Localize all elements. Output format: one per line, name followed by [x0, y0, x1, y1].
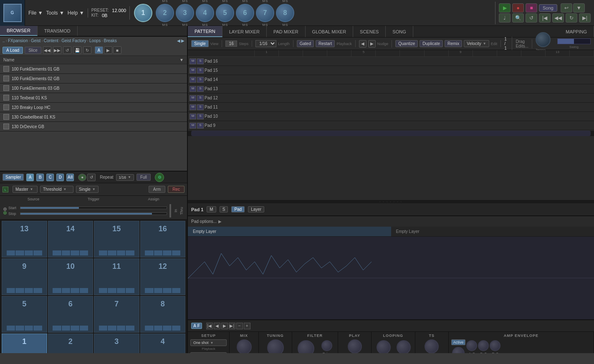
browser-loop-btn[interactable]: ↺ [63, 46, 71, 54]
pad-15[interactable]: 15 [94, 221, 139, 258]
breadcrumb-up[interactable]: .. [3, 38, 5, 43]
breadcrumb-loops[interactable]: Loops [89, 38, 101, 43]
amount-knob[interactable] [452, 347, 465, 353]
pad-button-5[interactable]: 5 [216, 4, 234, 22]
rec-button[interactable]: Rec [168, 186, 185, 193]
nav-prev-prev[interactable]: |◀ [206, 323, 213, 329]
pad-13[interactable]: 13 [2, 221, 47, 258]
length-select[interactable]: 1/161/81/4 [255, 40, 276, 47]
tab-pad-mixer[interactable]: PAD MIXER [267, 26, 306, 37]
arm-button[interactable]: Arm [149, 186, 165, 193]
velocity-dropdown[interactable]: Velocity [464, 40, 489, 47]
tab-browser[interactable]: BROWSER [0, 26, 38, 36]
nav-next[interactable]: ▶ [221, 323, 228, 329]
solo-9[interactable]: S [197, 123, 204, 129]
solo-11[interactable]: S [197, 104, 204, 110]
mute-10[interactable]: M [190, 114, 196, 119]
scrollbar-thumb[interactable] [191, 131, 591, 136]
gain-knob[interactable] [237, 339, 252, 353]
pad-7[interactable]: 7 [94, 296, 139, 333]
tab-scenes[interactable]: SCENES [353, 26, 386, 37]
circle-btn[interactable]: ● [78, 174, 86, 181]
pad-6[interactable]: 6 [48, 296, 94, 333]
nudge-right-btn[interactable]: ▶ [368, 40, 376, 48]
pad-4[interactable]: 4 [140, 334, 186, 353]
pad-9[interactable]: 9 [2, 258, 47, 295]
rewind-button[interactable]: ◀◀ [552, 13, 564, 23]
tab-song[interactable]: SONG [386, 26, 413, 37]
pad-14[interactable]: 14 [48, 221, 94, 258]
help-menu-item[interactable]: Help ▼ [68, 10, 84, 16]
file-item-4[interactable]: 110 Texbeat 01 KS [0, 93, 187, 103]
tab-mapping[interactable]: MAPPING [559, 26, 594, 37]
letter-a[interactable]: A [26, 174, 34, 181]
browser-prev-btn[interactable]: ◀◀ [43, 46, 51, 54]
sampler-tab[interactable]: Sampler [3, 174, 24, 181]
slice-button[interactable]: Slice [25, 47, 41, 54]
loop-end-knob[interactable] [397, 340, 411, 353]
mute-12[interactable]: M [190, 95, 196, 101]
solo-16[interactable]: S [197, 58, 204, 64]
grid-scrollbar[interactable] [188, 130, 594, 136]
rc-knob[interactable] [490, 340, 500, 351]
master-dropdown[interactable]: Master [13, 186, 38, 193]
threshold-dropdown[interactable]: Threshold [40, 186, 73, 193]
pad-5[interactable]: 5 [2, 296, 47, 333]
breadcrumb-fxpansion[interactable]: FXpansion [8, 38, 28, 43]
pad-button-2[interactable]: 2 [156, 4, 174, 22]
pad-button-1[interactable]: 1 [134, 4, 152, 22]
ac-knob[interactable] [466, 340, 477, 351]
pad-1[interactable]: 1 [2, 334, 47, 353]
breadcrumb-breaks[interactable]: Breaks [104, 38, 117, 43]
dropdown-button[interactable]: ▼ [573, 3, 585, 13]
solo-13[interactable]: S [197, 86, 204, 92]
solo-12[interactable]: S [197, 95, 204, 101]
mute-15[interactable]: M [190, 68, 196, 73]
playback-dropdown[interactable]: One shot [190, 339, 227, 346]
duplicate-btn[interactable]: Duplicate [420, 40, 443, 47]
restart-btn[interactable]: Restart [316, 40, 335, 47]
curve-knob[interactable] [425, 339, 439, 353]
tempo-mod-knob[interactable] [536, 32, 551, 47]
record-button[interactable]: ● [512, 3, 524, 13]
file-item-2[interactable]: 100 FunkElements 02 GB [0, 74, 187, 83]
pad-8[interactable]: 8 [140, 296, 186, 333]
pad-button-6[interactable]: 6 [236, 4, 254, 22]
remix-btn[interactable]: Remix [445, 40, 462, 47]
browser-save-btn[interactable]: 💾 [73, 46, 81, 54]
search-button[interactable]: 🔍 [512, 13, 524, 23]
cut-dropdown[interactable]: Not cut [190, 352, 227, 353]
pad-2[interactable]: 2 [48, 334, 94, 353]
s-button[interactable]: S [220, 206, 228, 212]
play-button[interactable]: ▶ [499, 3, 511, 13]
layer-2[interactable]: Empty Layer [391, 227, 594, 237]
pad-12[interactable]: 12 [140, 258, 186, 295]
ab-play-btn[interactable]: ▶ [104, 46, 112, 54]
repeat-dropdown[interactable]: 1/16 [116, 174, 134, 181]
drag-edits[interactable]: Drag Edits... [516, 39, 528, 48]
breadcrumb-geist[interactable]: Geist [31, 38, 40, 43]
browser-refresh-btn[interactable]: ↻ [83, 46, 91, 54]
single-dropdown[interactable]: Single [76, 186, 99, 193]
pre-delay-knob[interactable] [348, 339, 362, 353]
gated-btn[interactable]: Gated [297, 40, 314, 47]
pad-button-4[interactable]: 4 [196, 4, 214, 22]
m-button[interactable]: M [207, 206, 216, 212]
tab-layer-mixer[interactable]: LAYER MIXER [222, 26, 267, 37]
mute-11[interactable]: M [190, 104, 196, 110]
breadcrumb-factory[interactable]: Geist Factory [61, 38, 86, 43]
pad-11[interactable]: 11 [94, 258, 139, 295]
tune-knob[interactable] [267, 339, 284, 353]
layer-1[interactable]: Empty Layer [188, 227, 391, 237]
dc-knob[interactable] [478, 340, 489, 351]
metronome-button[interactable]: ♩ [499, 13, 511, 23]
tab-global-mixer[interactable]: GLOBAL MIXER [306, 26, 354, 37]
ab-button-a[interactable]: A [95, 46, 103, 54]
song-button[interactable]: Song [539, 4, 557, 12]
solo-15[interactable]: S [197, 68, 204, 73]
pad-button-7[interactable]: 7 [256, 4, 274, 22]
prev-button[interactable]: |◀ [539, 13, 551, 23]
mute-14[interactable]: M [190, 77, 196, 83]
nav-next-next[interactable]: ▶| [229, 323, 235, 329]
breadcrumb-content[interactable]: Content [44, 38, 58, 43]
